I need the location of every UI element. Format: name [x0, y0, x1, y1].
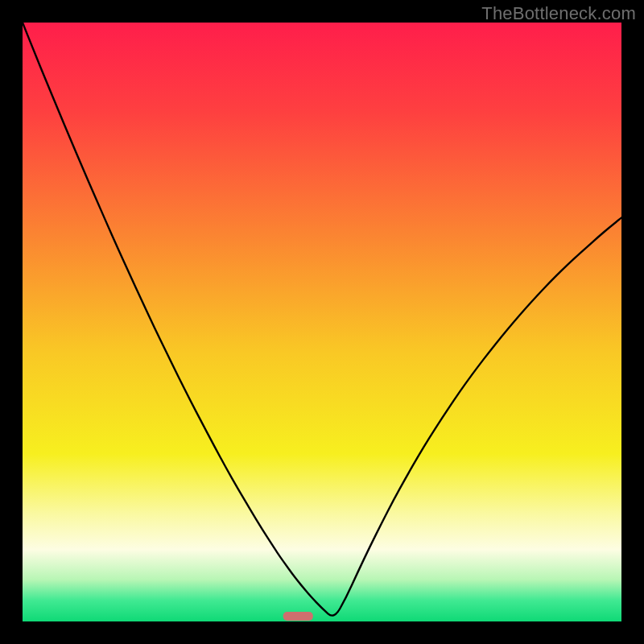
- watermark-text: TheBottleneck.com: [481, 3, 636, 24]
- baseline-marker: [283, 612, 313, 621]
- chart-background: [23, 23, 621, 621]
- bottleneck-chart: [23, 23, 621, 621]
- chart-frame: [23, 23, 621, 621]
